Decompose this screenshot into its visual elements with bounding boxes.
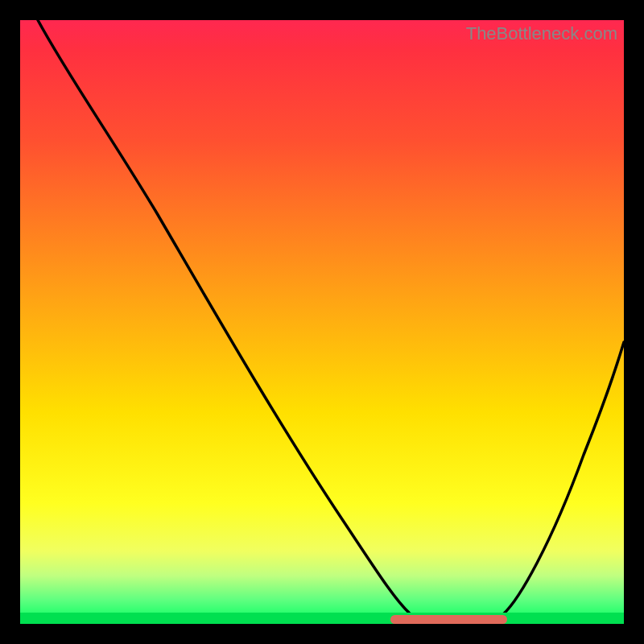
green-band-left (20, 613, 624, 624)
bottleneck-curve (38, 20, 624, 620)
chart-container: TheBottleneck.com (0, 0, 644, 644)
plot-area: TheBottleneck.com (20, 20, 624, 624)
watermark-text: TheBottleneck.com (466, 23, 617, 44)
bottom-band (20, 613, 624, 624)
optimal-zone-marker (390, 615, 507, 624)
curve-layer (20, 20, 624, 624)
